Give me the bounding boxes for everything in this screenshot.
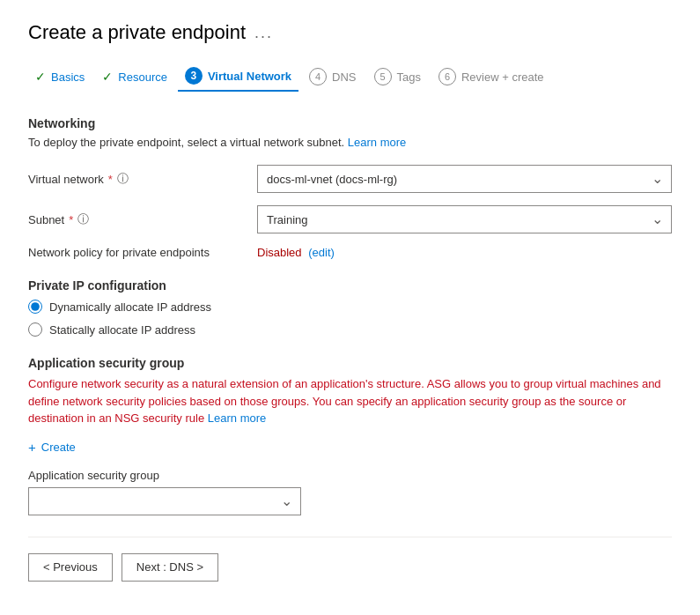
- footer-divider: [28, 537, 672, 537]
- ip-config-section: Private IP configuration Dynamically all…: [28, 278, 672, 337]
- subnet-select[interactable]: Training: [257, 205, 672, 233]
- previous-button[interactable]: < Previous: [28, 553, 113, 582]
- app-sg-select-wrapper: [28, 487, 301, 515]
- step-virtual-network-label: Virtual Network: [208, 70, 291, 83]
- wizard-steps: ✓ Basics ✓ Resource 3 Virtual Network 4 …: [28, 62, 672, 92]
- network-policy-row: Network policy for private endpoints Dis…: [28, 246, 672, 259]
- dynamic-ip-radio[interactable]: [28, 300, 42, 314]
- step-tags-number: 5: [374, 68, 392, 85]
- step-dns[interactable]: 4 DNS: [302, 63, 363, 91]
- step-tags-label: Tags: [397, 70, 421, 84]
- create-asg-link[interactable]: + Create: [28, 440, 672, 455]
- virtual-network-select-wrapper: docs-ml-vnet (docs-ml-rg): [257, 165, 672, 193]
- required-asterisk: *: [108, 173, 113, 186]
- app-security-section: Application security group Configure net…: [28, 356, 672, 515]
- subnet-control: Training: [257, 205, 672, 233]
- virtual-network-label: Virtual network * ⓘ: [28, 171, 257, 187]
- ip-config-radio-group: Dynamically allocate IP address Statical…: [28, 300, 672, 337]
- check-icon: ✓: [35, 70, 46, 84]
- network-policy-edit-link[interactable]: (edit): [308, 246, 335, 259]
- plus-icon: +: [28, 440, 36, 455]
- create-asg-label: Create: [41, 441, 76, 454]
- network-policy-label: Network policy for private endpoints: [28, 246, 257, 259]
- subnet-info-icon[interactable]: ⓘ: [77, 211, 89, 227]
- virtual-network-control: docs-ml-vnet (docs-ml-rg): [257, 165, 672, 193]
- page-title-dots: ...: [254, 24, 273, 42]
- step-virtual-network-number: 3: [185, 67, 203, 85]
- step-review-create[interactable]: 6 Review + create: [431, 63, 551, 91]
- page-title: Create a private endpoint: [28, 21, 246, 44]
- app-security-learn-more-link[interactable]: Learn more: [208, 411, 266, 425]
- static-ip-radio[interactable]: [28, 322, 42, 337]
- networking-section: Networking To deploy the private endpoin…: [28, 116, 672, 259]
- app-sg-select[interactable]: [28, 487, 301, 515]
- subnet-select-wrapper: Training: [257, 205, 672, 233]
- footer-buttons: < Previous Next : DNS >: [28, 553, 672, 582]
- dynamic-ip-label: Dynamically allocate IP address: [49, 300, 211, 314]
- next-button[interactable]: Next : DNS >: [122, 553, 218, 582]
- app-security-title: Application security group: [28, 356, 672, 370]
- networking-learn-more-link[interactable]: Learn more: [348, 136, 406, 149]
- virtual-network-select[interactable]: docs-ml-vnet (docs-ml-rg): [257, 165, 672, 193]
- ip-config-title: Private IP configuration: [28, 278, 672, 293]
- step-dns-number: 4: [309, 68, 327, 85]
- step-review-number: 6: [438, 68, 456, 85]
- networking-title: Networking: [28, 116, 672, 130]
- step-virtual-network[interactable]: 3 Virtual Network: [178, 62, 298, 92]
- virtual-network-row: Virtual network * ⓘ docs-ml-vnet (docs-m…: [28, 165, 672, 193]
- networking-description: To deploy the private endpoint, select a…: [28, 136, 672, 149]
- virtual-network-info-icon[interactable]: ⓘ: [117, 171, 129, 187]
- app-sg-label: Application security group: [28, 469, 672, 482]
- step-review-label: Review + create: [461, 70, 544, 84]
- subnet-label: Subnet * ⓘ: [28, 211, 257, 227]
- app-security-description: Configure network security as a natural …: [28, 375, 672, 427]
- check-icon-2: ✓: [102, 70, 113, 84]
- step-basics[interactable]: ✓ Basics: [28, 64, 92, 89]
- dynamic-ip-option[interactable]: Dynamically allocate IP address: [28, 300, 672, 314]
- step-tags[interactable]: 5 Tags: [367, 63, 428, 91]
- step-resource-label: Resource: [118, 70, 167, 84]
- page-header: Create a private endpoint ...: [28, 21, 672, 44]
- subnet-row: Subnet * ⓘ Training: [28, 205, 672, 233]
- step-basics-label: Basics: [51, 70, 85, 84]
- network-policy-value: Disabled (edit): [257, 246, 335, 259]
- subnet-required-asterisk: *: [69, 213, 73, 226]
- static-ip-option[interactable]: Statically allocate IP address: [28, 322, 672, 337]
- step-resource[interactable]: ✓ Resource: [95, 64, 174, 89]
- step-dns-label: DNS: [332, 70, 356, 84]
- static-ip-label: Statically allocate IP address: [49, 323, 195, 337]
